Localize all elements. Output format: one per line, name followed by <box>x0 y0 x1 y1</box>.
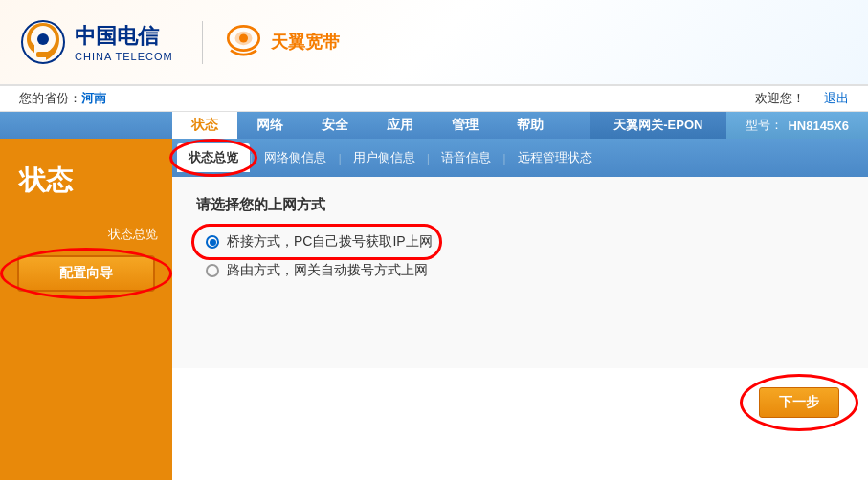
epon-label: 天翼网关-EPON <box>590 112 726 139</box>
sub-nav-user-side[interactable]: 用户侧信息 <box>342 143 427 172</box>
section-title: 请选择您的上网方式 <box>196 196 844 214</box>
sidebar-item-overview[interactable]: 状态总览 <box>0 218 172 251</box>
logo-area: 中国电信 CHINA TELECOM 天翼宽带 <box>19 18 340 66</box>
option-bridge-label: 桥接方式，PC自己拨号获取IP上网 <box>227 233 433 251</box>
china-telecom-icon <box>19 18 67 66</box>
svg-point-2 <box>37 33 49 45</box>
radio-bridge[interactable] <box>206 235 219 249</box>
sidebar-config-wrapper: 配置向导 <box>8 255 165 292</box>
sidebar-item-config[interactable]: 配置向导 <box>17 255 155 292</box>
nav-item-apps[interactable]: 应用 <box>367 112 433 139</box>
model-section: 型号： HN8145X6 <box>726 112 868 139</box>
china-telecom-logo: 中国电信 CHINA TELECOM <box>19 18 173 66</box>
sidebar: 状态 状态总览 配置向导 <box>0 139 172 480</box>
sub-nav-overview-wrapper: 状态总览 <box>177 143 250 172</box>
radio-option-router[interactable]: 路由方式，网关自动拨号方式上网 <box>206 262 844 279</box>
epon-section: 天翼网关-EPON 型号： HN8145X6 <box>590 112 868 139</box>
radio-group: 桥接方式，PC自己拨号获取IP上网 路由方式，网关自动拨号方式上网 <box>196 233 844 279</box>
svg-rect-1 <box>36 52 50 57</box>
next-btn-area: 下一步 <box>172 368 868 437</box>
option-router-label: 路由方式，网关自动拨号方式上网 <box>227 262 428 279</box>
next-btn-wrapper: 下一步 <box>759 387 839 418</box>
welcome-text: 欢迎您！ <box>755 90 805 107</box>
radio-router[interactable] <box>206 264 219 277</box>
province-value: 河南 <box>81 91 106 105</box>
tianyi-text: 天翼宽带 <box>271 31 340 54</box>
content-area: 状态总览 | 网络侧信息 | 用户侧信息 | 语音信息 | 远程管理状态 请选择… <box>172 139 868 480</box>
ct-chinese: 中国电信 <box>75 22 173 51</box>
ct-english: CHINA TELECOM <box>75 51 173 62</box>
header: 中国电信 CHINA TELECOM 天翼宽带 <box>0 0 868 86</box>
sub-nav-overview[interactable]: 状态总览 <box>177 143 250 172</box>
nav-item-help[interactable]: 帮助 <box>498 112 563 139</box>
nav-item-network[interactable]: 网络 <box>237 112 302 139</box>
sub-nav-remote[interactable]: 远程管理状态 <box>506 143 604 172</box>
header-right: 欢迎您！ 退出 <box>755 90 849 107</box>
model-label: 型号： <box>746 117 783 134</box>
model-value: HN8145X6 <box>788 119 849 133</box>
tianyi-icon <box>222 21 265 64</box>
sub-nav: 状态总览 | 网络侧信息 | 用户侧信息 | 语音信息 | 远程管理状态 <box>172 139 868 177</box>
province-bar: 您的省份：河南 欢迎您！ 退出 <box>0 86 868 112</box>
province-info: 您的省份：河南 <box>19 90 106 107</box>
radio-option-bridge[interactable]: 桥接方式，PC自己拨号获取IP上网 <box>206 233 844 251</box>
sub-nav-network-side[interactable]: 网络侧信息 <box>253 143 338 172</box>
top-nav: 状态 网络 安全 应用 管理 帮助 <box>0 112 590 139</box>
tianyi-logo: 天翼宽带 <box>202 21 340 64</box>
option1-wrapper: 桥接方式，PC自己拨号获取IP上网 <box>206 233 433 251</box>
next-button[interactable]: 下一步 <box>759 387 839 418</box>
nav-item-manage[interactable]: 管理 <box>433 112 498 139</box>
sidebar-title: 状态 <box>0 153 172 218</box>
main-content: 请选择您的上网方式 桥接方式，PC自己拨号获取IP上网 路由方式，网关自动拨 <box>172 177 868 368</box>
nav-item-status[interactable]: 状态 <box>172 112 237 139</box>
province-prefix: 您的省份： <box>19 91 81 105</box>
main-layout: 状态 状态总览 配置向导 状态总览 | 网络侧信息 | 用户侧信息 | 语音信息… <box>0 139 868 480</box>
epon-nav-bar: 状态 网络 安全 应用 管理 帮助 天翼网关-EPON 型号： HN8145X6 <box>0 112 868 139</box>
nav-item-security[interactable]: 安全 <box>302 112 367 139</box>
ct-text-block: 中国电信 CHINA TELECOM <box>75 22 173 62</box>
logout-button[interactable]: 退出 <box>824 90 849 107</box>
svg-point-5 <box>239 33 248 42</box>
sub-nav-voice[interactable]: 语音信息 <box>430 143 502 172</box>
